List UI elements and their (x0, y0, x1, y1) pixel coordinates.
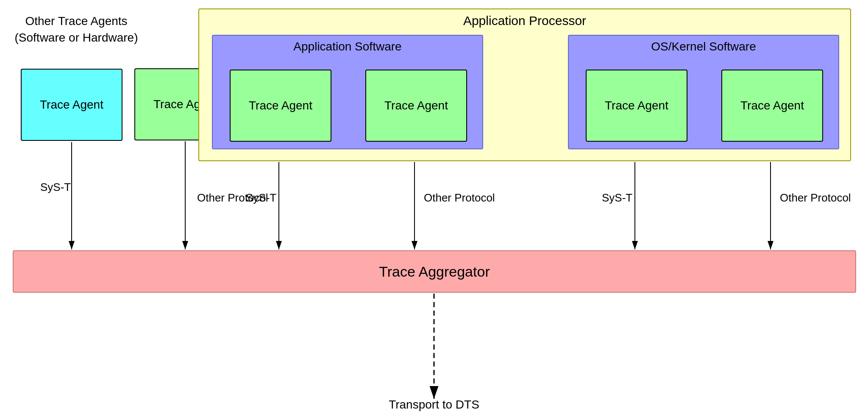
trace-agent-cyan: Trace Agent (21, 69, 122, 141)
os-kernel-label: OS/Kernel Software (569, 40, 838, 53)
sys-t-label-3: SyS-T (602, 191, 632, 204)
sys-t-label-2: SyS-T (246, 191, 276, 204)
trace-agent-app-sw-1: Trace Agent (230, 70, 331, 142)
other-protocol-label-2: Other Protocol (424, 191, 495, 204)
trace-agent-label-3: Trace Agent (249, 98, 312, 113)
trace-agent-label-1: Trace Agent (40, 97, 103, 112)
trace-agent-os-2: Trace Agent (721, 70, 823, 142)
trace-agent-os-1: Trace Agent (586, 70, 687, 142)
os-kernel-box: OS/Kernel Software Trace Agent Trace Age… (568, 35, 839, 149)
other-protocol-label-3: Other Protocol (780, 191, 851, 204)
trace-agent-label-4: Trace Agent (384, 98, 448, 113)
app-processor-box: Application Processor Application Softwa… (198, 8, 851, 161)
other-protocol-label-1: Other Protocol (197, 191, 268, 204)
transport-label: Transport to DTS (389, 398, 479, 412)
other-agents-text: Other Trace Agents (Software or Hardware… (15, 14, 138, 44)
app-software-label: Application Software (213, 40, 482, 53)
trace-agent-label-6: Trace Agent (740, 98, 804, 113)
sys-t-label-1: SyS-T (40, 181, 71, 193)
trace-agent-app-sw-2: Trace Agent (365, 70, 467, 142)
app-processor-label: Application Processor (199, 14, 850, 28)
trace-aggregator-label: Trace Aggregator (379, 263, 490, 280)
trace-aggregator: Trace Aggregator (13, 250, 856, 293)
app-software-box: Application Software Trace Agent Trace A… (212, 35, 483, 149)
diagram-container: Other Trace Agents (Software or Hardware… (0, 0, 868, 420)
trace-agent-label-5: Trace Agent (605, 98, 668, 113)
other-agents-label: Other Trace Agents (Software or Hardware… (13, 13, 140, 46)
